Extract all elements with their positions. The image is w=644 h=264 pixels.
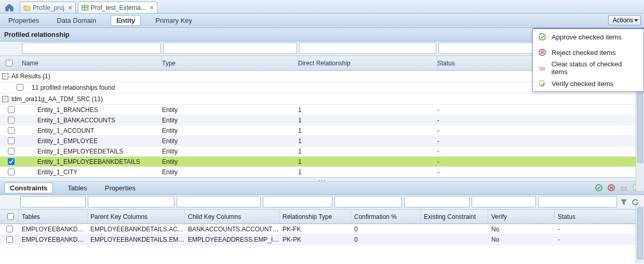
cell-name: Entity_1_EMPLOYEEBANKDETAILS xyxy=(19,158,162,165)
constraints-filter-row xyxy=(0,195,644,210)
cell-status: - xyxy=(437,117,644,124)
cell-type: Entity xyxy=(162,158,298,165)
check-circle-icon xyxy=(538,33,546,41)
actions-button[interactable]: Actions xyxy=(608,15,641,25)
table-row[interactable]: Entity_1_EMPLOYEEBANKDETAILSEntity1- xyxy=(0,157,644,167)
col-direct-relationship[interactable]: Direct Relationship xyxy=(298,56,437,70)
home-icon xyxy=(5,3,14,11)
splitter[interactable]: • • • xyxy=(0,177,644,182)
tab-profile-proj[interactable]: Profile_proj × xyxy=(20,2,76,13)
cfilter-status[interactable] xyxy=(538,196,617,207)
cell-type: Entity xyxy=(162,106,298,114)
cell-direct-relationship: 1 xyxy=(298,137,437,145)
table-row[interactable]: Entity_1_EMPLOYEEDETAILSEntity1- xyxy=(0,146,644,157)
grid-icon xyxy=(82,5,89,11)
row-checkbox[interactable] xyxy=(8,106,15,113)
menu-clear[interactable]: Clear status of checked items xyxy=(533,60,643,76)
svg-rect-9 xyxy=(621,187,626,190)
cell-direct-relationship: 1 xyxy=(298,106,437,114)
cell-type: Entity xyxy=(162,148,298,155)
subnav-entity[interactable]: Entity xyxy=(111,15,141,26)
cfilter-rt[interactable] xyxy=(263,196,332,207)
cell-tables: EMPLOYEEBANKDET... xyxy=(19,226,87,233)
table-row[interactable]: Entity_1_BANKACCOUNTSEntity1- xyxy=(0,115,644,126)
cell-status: - xyxy=(555,236,644,243)
tab-prof-test-externa[interactable]: Prof_test_Externa... × xyxy=(78,2,157,13)
summary-text: 11 profiled relationships found xyxy=(32,84,115,91)
scrollbar-constraints[interactable] xyxy=(636,205,644,263)
table-row[interactable]: Entity_1_ACCOUNTEntity1- xyxy=(0,126,644,136)
cell-name: Entity_1_EMPLOYEE xyxy=(19,137,162,145)
row-checkbox[interactable] xyxy=(8,169,15,175)
cfilter-ck[interactable] xyxy=(177,196,261,207)
btab-properties[interactable]: Properties xyxy=(102,183,139,193)
menu-label: Verify checked items xyxy=(552,80,613,88)
filter-icon[interactable] xyxy=(619,198,628,207)
ccol-parent-key[interactable]: Parent Key Columns xyxy=(87,210,185,224)
row-checkbox[interactable] xyxy=(8,137,15,144)
cfilter-conf[interactable] xyxy=(334,196,402,207)
reject-icon[interactable] xyxy=(607,183,616,192)
btab-constraints[interactable]: Constraints xyxy=(4,183,53,193)
filter-type[interactable] xyxy=(163,43,297,54)
constraint-row[interactable]: EMPLOYEEBANKDET...EMPLOYEEBANKDETAILS.AC… xyxy=(0,224,644,234)
subnav-data-domain[interactable]: Data Domain xyxy=(53,15,99,26)
close-icon[interactable]: × xyxy=(150,4,154,11)
cfilter-ex[interactable] xyxy=(404,196,469,207)
select-all-constraints[interactable] xyxy=(7,213,14,220)
row-checkbox[interactable] xyxy=(6,236,13,243)
cfilter-tables[interactable] xyxy=(20,196,86,207)
svg-rect-0 xyxy=(82,5,88,10)
row-checkbox[interactable] xyxy=(8,117,15,123)
cell-direct-relationship: 1 xyxy=(298,127,437,134)
ccol-existing-constraint[interactable]: Existing Constraint xyxy=(421,210,488,224)
row-checkbox[interactable] xyxy=(8,158,15,165)
cfilter-pk[interactable] xyxy=(88,196,175,207)
collapse-icon[interactable]: − xyxy=(2,96,8,102)
table-row[interactable]: Entity_1_EMPLOYEEEntity1- xyxy=(0,136,644,146)
ccol-child-key[interactable]: Child Key Columns xyxy=(185,210,279,224)
home-button[interactable] xyxy=(2,2,17,13)
group-tdm-src[interactable]: − tdm_ora11g_AA_TDM_SRC (11) xyxy=(0,93,644,105)
constraints-table-header: Tables Parent Key Columns Child Key Colu… xyxy=(0,210,644,224)
btab-tables[interactable]: Tables xyxy=(64,183,90,193)
ccol-tables[interactable]: Tables xyxy=(19,210,87,224)
menu-reject[interactable]: Reject checked items xyxy=(533,45,643,60)
col-name[interactable]: Name xyxy=(19,56,162,70)
cell-type: Entity xyxy=(162,117,298,124)
row-checkbox[interactable] xyxy=(8,148,15,155)
menu-approve[interactable]: Approve checked items xyxy=(533,29,643,45)
section-title: Profiled relationship xyxy=(4,31,70,38)
cell-parent-key: EMPLOYEEBANKDETAILS.AC... xyxy=(87,226,185,233)
cell-direct-relationship: 1 xyxy=(298,148,437,155)
cell-relationship-type: PK-PK xyxy=(279,236,351,243)
cell-name: Entity_1_BANKACCOUNTS xyxy=(19,117,162,124)
subnav-primary-key[interactable]: Primary Key xyxy=(152,15,195,26)
approve-icon[interactable] xyxy=(594,183,603,192)
sub-nav: Properties Data Domain Entity Primary Ke… xyxy=(0,13,644,28)
ccol-relationship-type[interactable]: Relationship Type xyxy=(279,210,351,224)
subnav-properties[interactable]: Properties xyxy=(5,15,42,26)
eraser-icon[interactable] xyxy=(619,183,628,192)
cfilter-ver[interactable] xyxy=(472,196,536,207)
row-checkbox[interactable] xyxy=(6,226,13,232)
filter-name[interactable] xyxy=(22,43,161,54)
cell-tables: EMPLOYEEBANKDET... xyxy=(19,236,87,243)
row-checkbox[interactable] xyxy=(8,127,15,134)
constraint-row[interactable]: EMPLOYEEBANKDET...EMPLOYEEBANKDETAILS.EM… xyxy=(0,234,644,245)
ccol-verify[interactable]: Verify xyxy=(488,210,555,224)
ccol-status[interactable]: Status xyxy=(555,210,644,224)
select-all-checkbox[interactable] xyxy=(6,60,12,66)
menu-verify[interactable]: Verify checked items xyxy=(533,76,643,91)
ccol-confirmation[interactable]: Confirmation % xyxy=(351,210,421,224)
table-row[interactable]: Entity_1_BRANCHESEntity1- xyxy=(0,105,644,115)
table-row[interactable]: Entity_1_CITYEntity1- xyxy=(0,167,644,177)
col-type[interactable]: Type xyxy=(162,56,298,70)
row-checkbox[interactable] xyxy=(17,84,23,91)
cell-child-key: BANKACCOUNTS.ACCOUNT_... xyxy=(185,226,279,233)
constraints-table-body: EMPLOYEEBANKDET...EMPLOYEEBANKDETAILS.AC… xyxy=(0,224,644,245)
collapse-icon[interactable]: − xyxy=(2,73,8,79)
menu-label: Clear status of checked items xyxy=(552,60,638,76)
filter-dr[interactable] xyxy=(299,43,436,54)
close-icon[interactable]: × xyxy=(69,4,72,11)
